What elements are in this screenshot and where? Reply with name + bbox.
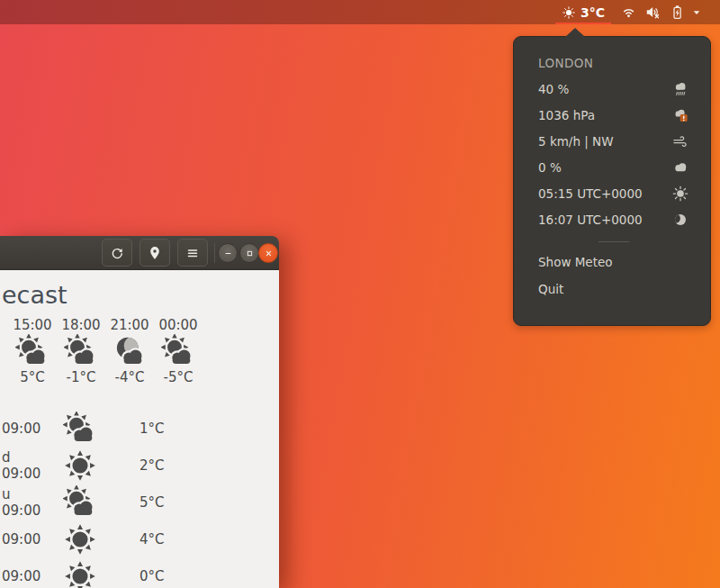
hourly-forecast: 15:00 5°C 18:00 -1°C 21:00 -4°C 00:00 xyxy=(8,317,202,385)
maximize-button[interactable] xyxy=(239,243,259,263)
day-label: u 09:00 xyxy=(0,486,50,519)
location-button[interactable] xyxy=(140,239,170,267)
day-label: 09:00 xyxy=(0,531,50,547)
wind-value: 5 km/h | NW xyxy=(538,134,614,149)
daily-row: 09:00 4°C xyxy=(0,520,279,557)
refresh-icon xyxy=(109,245,125,261)
weather-indicator[interactable]: 3°C xyxy=(554,0,613,24)
minimize-icon xyxy=(222,248,234,259)
popover-row-pressure: 1036 hPa xyxy=(538,102,689,128)
weather-condition-icon xyxy=(63,412,97,446)
weather-condition-icon xyxy=(112,334,147,368)
menu-item-quit[interactable]: Quit xyxy=(538,276,689,303)
daily-forecast: 09:00 1°C d 09:00 2°C u 09:00 5°C 09:00 xyxy=(0,410,279,588)
chevron-down-icon[interactable] xyxy=(691,7,702,18)
day-temp: 1°C xyxy=(140,421,165,437)
weather-condition-icon xyxy=(63,522,97,556)
minimize-button[interactable] xyxy=(218,243,238,263)
day-label: 09:00 xyxy=(0,421,50,437)
popover-separator xyxy=(598,241,629,242)
humidity-value: 40 % xyxy=(538,82,569,96)
weather-condition-icon xyxy=(63,559,97,588)
volume-muted-icon[interactable] xyxy=(644,4,662,21)
titlebar[interactable] xyxy=(0,236,279,270)
day-temp: 5°C xyxy=(140,494,165,511)
day-label: 09:00 xyxy=(0,568,50,584)
hour-time: 15:00 xyxy=(8,317,57,333)
popover-row-clouds: 0 % xyxy=(538,154,689,180)
hourly-col: 18:00 -1°C xyxy=(57,317,105,385)
day-label: d 09:00 xyxy=(0,449,50,482)
weather-indicator-label: 3°C xyxy=(580,5,605,20)
pressure-warning-icon xyxy=(671,106,689,124)
weather-condition-icon xyxy=(15,334,50,368)
top-bar: 3°C xyxy=(0,0,720,24)
weather-condition-icon xyxy=(63,485,97,520)
wifi-icon[interactable] xyxy=(620,4,637,21)
hour-time: 00:00 xyxy=(154,317,202,333)
window-content: ecast 15:00 5°C 18:00 -1°C 21:00 -4°C xyxy=(0,270,279,588)
sunset-icon xyxy=(671,211,689,229)
hamburger-icon xyxy=(184,245,201,261)
daily-row: 09:00 1°C xyxy=(0,410,279,447)
daily-row: 09:00 0°C xyxy=(0,557,279,588)
forecast-heading: ecast xyxy=(2,281,68,309)
clouds-icon xyxy=(671,158,689,176)
day-temp: 2°C xyxy=(140,457,165,474)
popover-row-sunset: 16:07 UTC+0000 xyxy=(538,206,689,232)
day-temp: 0°C xyxy=(140,568,165,584)
day-temp: 4°C xyxy=(140,531,165,547)
close-icon xyxy=(263,248,274,259)
weather-condition-icon xyxy=(63,448,97,483)
maximize-icon xyxy=(244,248,256,259)
popover-row-wind: 5 km/h | NW xyxy=(538,128,689,154)
weather-condition-icon xyxy=(64,334,98,368)
sunrise-icon xyxy=(671,185,689,203)
popover-city: LONDON xyxy=(538,50,689,76)
sun-icon xyxy=(562,5,576,20)
hour-temp: 5°C xyxy=(8,369,57,385)
daily-row: d 09:00 2°C xyxy=(0,447,279,484)
weather-popover: LONDON 40 % 1036 hPa 5 km/h | NW 0 % 05:… xyxy=(513,36,711,326)
humidity-icon xyxy=(671,80,689,98)
hour-time: 18:00 xyxy=(57,317,105,333)
hourly-col: 00:00 -5°C xyxy=(154,317,202,385)
refresh-button[interactable] xyxy=(102,239,132,267)
sunrise-value: 05:15 UTC+0000 xyxy=(538,186,643,201)
menu-button[interactable] xyxy=(177,239,208,267)
clouds-value: 0 % xyxy=(538,160,562,175)
pressure-value: 1036 hPa xyxy=(538,108,595,122)
titlebar-separator xyxy=(214,243,215,263)
wind-icon xyxy=(671,132,689,150)
menu-item-show-meteo[interactable]: Show Meteo xyxy=(538,249,689,276)
hour-time: 21:00 xyxy=(105,317,154,333)
popover-row-humidity: 40 % xyxy=(538,76,689,102)
battery-charging-icon[interactable] xyxy=(669,4,686,21)
hour-temp: -5°C xyxy=(154,369,202,385)
hour-temp: -4°C xyxy=(105,369,154,385)
popover-row-sunrise: 05:15 UTC+0000 xyxy=(538,180,689,206)
weather-condition-icon xyxy=(161,334,195,368)
close-button[interactable] xyxy=(258,243,278,263)
hour-temp: -1°C xyxy=(57,369,105,385)
hourly-col: 21:00 -4°C xyxy=(105,317,154,385)
desktop: 3°C LONDON 40 % 1036 hPa 5 km/h | NW 0 %… xyxy=(0,0,720,588)
hourly-col: 15:00 5°C xyxy=(8,317,57,385)
sunset-value: 16:07 UTC+0000 xyxy=(538,213,643,227)
location-pin-icon xyxy=(147,245,163,261)
weather-window: ecast 15:00 5°C 18:00 -1°C 21:00 -4°C xyxy=(0,236,279,588)
daily-row: u 09:00 5°C xyxy=(0,484,279,520)
